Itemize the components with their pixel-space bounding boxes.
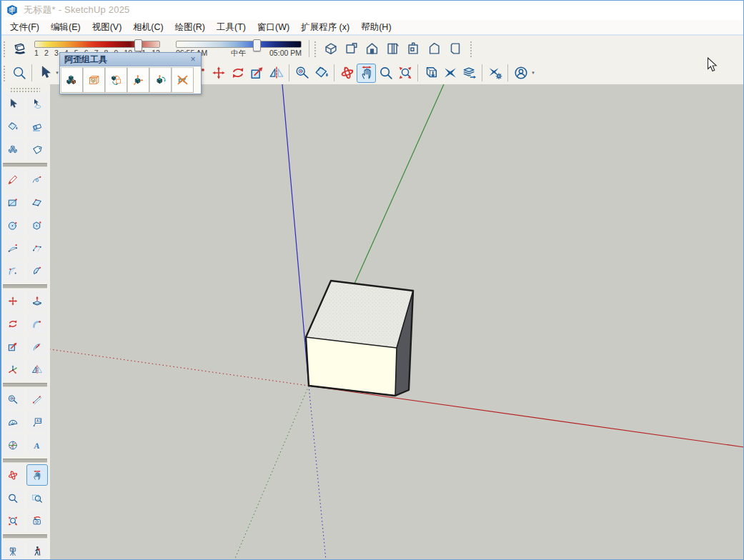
drawing-canvas[interactable] — [50, 84, 744, 560]
zoom-window-tool-button[interactable] — [26, 487, 48, 509]
search-button[interactable] — [9, 64, 29, 83]
front-view-button[interactable] — [362, 39, 382, 59]
select-button[interactable] — [35, 64, 54, 83]
zoom-extents-tool-button[interactable] — [2, 510, 24, 531]
scale-button[interactable] — [247, 64, 267, 83]
right-view-button[interactable] — [382, 39, 403, 59]
menu-item-edit[interactable]: 编辑(E) — [45, 20, 86, 35]
arc-3pt-tool-button[interactable] — [26, 237, 48, 259]
tape-measure-tool-button[interactable] — [2, 389, 24, 410]
top-view-button[interactable] — [341, 39, 362, 59]
components-tool-button[interactable] — [2, 139, 24, 160]
menu-item-tools[interactable]: 工具(T) — [211, 20, 252, 35]
toolbar-grip[interactable] — [470, 40, 473, 57]
pan-tool-button[interactable] — [26, 464, 48, 486]
share-model-button[interactable] — [460, 64, 479, 83]
move-button[interactable] — [209, 64, 228, 83]
group-cubes-button[interactable] — [61, 67, 83, 93]
protractor-tool-button[interactable] — [2, 411, 24, 433]
freehand-tool-button[interactable] — [26, 169, 48, 190]
eraser-tool-button[interactable] — [26, 116, 48, 137]
cube-in-box-icon — [88, 71, 100, 89]
offset-tool-button[interactable] — [26, 336, 48, 357]
explode-cube-button[interactable] — [127, 67, 149, 93]
walk-tool-button[interactable] — [26, 540, 48, 560]
date-slider-track[interactable] — [34, 41, 160, 48]
account-dropdown-caret-icon[interactable]: ▾ — [530, 70, 537, 76]
position-camera-tool-button[interactable] — [2, 540, 24, 560]
menu-item-window[interactable]: 窗口(W) — [252, 20, 295, 35]
paint-bucket-icon — [314, 65, 329, 81]
arc-2pt-tool-button[interactable] — [2, 237, 24, 259]
circle-tool-button[interactable] — [2, 214, 24, 236]
polygon-tool-button[interactable] — [26, 214, 48, 236]
rotate-tool-button[interactable] — [2, 313, 24, 334]
swap-cubes-button[interactable] — [105, 67, 127, 93]
toolbar-grip[interactable] — [3, 64, 6, 81]
time-label-2: 05:00 PM — [269, 49, 302, 57]
sidebar-separator — [3, 534, 47, 539]
3d-text-tool-button[interactable]: A — [26, 434, 48, 456]
zoom-extents-button[interactable] — [395, 64, 415, 83]
follow-me-tool-button[interactable] — [26, 313, 48, 334]
toolbar-grip[interactable] — [3, 40, 6, 57]
axes-tool-button[interactable] — [2, 434, 24, 456]
cube-in-box-button[interactable] — [83, 67, 105, 93]
rotate-cube-button[interactable] — [149, 67, 172, 93]
plugin-toolbar-titlebar[interactable]: 阿歪组工具 × — [60, 53, 201, 66]
scale-tool-button[interactable] — [2, 336, 24, 357]
time-slider-thumb[interactable] — [253, 39, 261, 51]
3d-warehouse-button[interactable] — [421, 64, 440, 83]
tape-measure-button[interactable] — [292, 64, 312, 83]
rotated-rectangle-tool-button[interactable] — [26, 191, 48, 213]
zoom-button[interactable] — [376, 64, 395, 83]
arc-tool-button[interactable] — [2, 260, 24, 281]
push-pull-tool-button[interactable] — [26, 290, 48, 311]
move-tool-button[interactable] — [2, 290, 24, 311]
shadow-toggle-button[interactable] — [9, 39, 30, 59]
select-tool-button[interactable] — [2, 93, 24, 114]
lasso-tool-button[interactable] — [26, 93, 48, 114]
date-slider-thumb[interactable] — [134, 39, 142, 51]
text-tool-button[interactable]: A1 — [26, 411, 48, 433]
pie-tool-button[interactable] — [26, 260, 48, 281]
iso-view-button[interactable] — [320, 39, 341, 59]
dt-cross-button[interactable]: DT — [172, 67, 194, 93]
account-button[interactable] — [511, 64, 530, 83]
toolbar-separator — [482, 64, 482, 81]
paint-bucket-button[interactable] — [312, 64, 331, 83]
pan-button[interactable] — [357, 64, 376, 83]
tag-tool-button[interactable] — [26, 139, 48, 160]
paint-bucket-tool-button[interactable] — [2, 116, 24, 137]
menu-item-help[interactable]: 帮助(H) — [355, 20, 397, 35]
axes-arrows-tool-button[interactable] — [2, 359, 24, 380]
push-pull-icon — [31, 293, 43, 309]
extension-warehouse-button[interactable] — [440, 64, 460, 83]
toolbar-grip[interactable] — [314, 40, 317, 57]
menu-item-extensions[interactable]: 扩展程序 (x) — [295, 20, 355, 35]
model-box[interactable] — [306, 281, 413, 396]
orbit-tool-button[interactable] — [2, 464, 24, 486]
orbit-button[interactable] — [337, 64, 357, 83]
previous-view-tool-button[interactable] — [26, 510, 48, 531]
left-view-button[interactable] — [424, 39, 445, 59]
extension-manager-button[interactable] — [485, 64, 505, 83]
line-tool-button[interactable] — [2, 169, 24, 190]
sidebar-row — [0, 510, 50, 533]
rectangle-tool-button[interactable] — [2, 191, 24, 213]
toolbar-grip[interactable] — [10, 86, 40, 92]
bottom-view-button[interactable] — [445, 39, 465, 59]
flip-button[interactable] — [267, 64, 286, 83]
menu-item-view[interactable]: 视图(V) — [86, 20, 128, 35]
sidebar-row — [0, 487, 50, 510]
menu-item-file[interactable]: 文件(F) — [4, 20, 45, 35]
close-icon[interactable]: × — [188, 54, 198, 64]
flip-tool-button[interactable] — [26, 359, 48, 380]
back-view-button[interactable] — [403, 39, 424, 59]
dimension-tool-button[interactable] — [26, 389, 48, 410]
rotate-button[interactable] — [228, 64, 247, 83]
time-slider-track[interactable] — [176, 41, 302, 48]
menu-item-camera[interactable]: 相机(C) — [127, 20, 169, 35]
zoom-tool-button[interactable] — [2, 487, 24, 509]
menu-item-draw[interactable]: 绘图(R) — [169, 20, 211, 35]
